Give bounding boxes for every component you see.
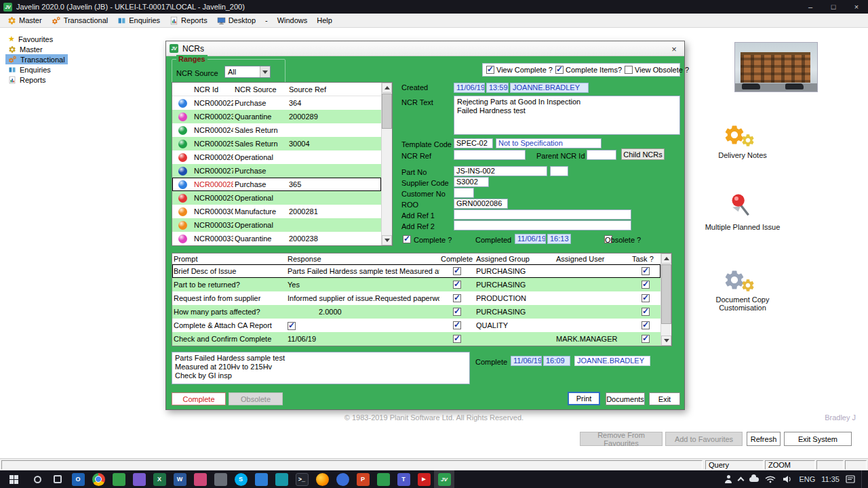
remove-from-favourites-button[interactable]: Remove From Favourites bbox=[580, 432, 663, 446]
checkbox-checked-icon[interactable] bbox=[642, 308, 650, 316]
add-ref-1-field[interactable] bbox=[454, 209, 631, 220]
complete-checkbox[interactable] bbox=[403, 235, 411, 243]
prompt-row[interactable]: Part to be returned? Yes PURCHASING bbox=[172, 278, 660, 291]
obsolete-button[interactable]: Obsolete bbox=[229, 392, 283, 405]
prompt-row[interactable]: Check and Confirm Complete 11/06/19 MARK… bbox=[172, 332, 660, 346]
complete-user-field[interactable]: JOANNE.BRADLEY bbox=[574, 356, 650, 366]
start-button[interactable] bbox=[0, 470, 27, 488]
ncr-row[interactable]: NCR000030 Manufacture 2000281 bbox=[172, 205, 381, 218]
exit-button[interactable]: Exit bbox=[649, 392, 680, 405]
menu-help[interactable]: Help bbox=[312, 14, 337, 28]
dropdown-arrow-icon[interactable] bbox=[260, 66, 270, 77]
documents-button[interactable]: Documents bbox=[606, 392, 645, 405]
scroll-down-icon[interactable] bbox=[661, 336, 671, 346]
multiple-planned-issue-label[interactable]: Multiple Planned Issue bbox=[697, 223, 788, 231]
wifi-icon[interactable] bbox=[765, 475, 776, 483]
delivery-notes-label[interactable]: Delivery Notes bbox=[702, 151, 783, 159]
taskbar-word[interactable]: W bbox=[170, 470, 190, 488]
ncr-text-area[interactable]: Rejecting Parts at Good In Inspection Fa… bbox=[454, 96, 680, 135]
ncr-row-selected[interactable]: NCR000028 Purchase 365 bbox=[172, 178, 381, 191]
prompt-row[interactable]: How many parts affected? 2.0000 PURCHASI… bbox=[172, 305, 660, 319]
taskbar-app-blue-3[interactable] bbox=[332, 470, 353, 488]
checkbox-checked-icon[interactable] bbox=[453, 308, 461, 316]
sidebar-item-favourites[interactable]: Favourites bbox=[5, 34, 56, 44]
completed-time-field[interactable]: 16:13 bbox=[547, 234, 571, 244]
taskbar-app-green-2[interactable] bbox=[373, 470, 393, 488]
menu-windows[interactable]: Windows bbox=[273, 14, 313, 28]
response-checkbox-icon[interactable] bbox=[288, 322, 296, 330]
cloud-icon[interactable] bbox=[749, 477, 759, 482]
taskbar-app-blue[interactable]: O bbox=[68, 470, 88, 488]
maximize-button[interactable]: □ bbox=[822, 0, 845, 14]
prompt-row[interactable]: Complete & Attach CA Report QUALITY bbox=[172, 319, 660, 332]
checkbox-unchecked-icon[interactable] bbox=[625, 66, 633, 74]
complete-button[interactable]: Complete bbox=[172, 392, 226, 405]
close-button[interactable]: × bbox=[845, 0, 868, 14]
add-ref-2-field[interactable] bbox=[454, 220, 631, 230]
notification-icon[interactable] bbox=[846, 475, 855, 483]
ncr-row[interactable]: NCR000022 Purchase 364 bbox=[172, 96, 381, 110]
chevron-up-icon[interactable] bbox=[738, 477, 745, 484]
checkbox-checked-icon[interactable] bbox=[453, 267, 461, 275]
taskbar-skype[interactable]: S bbox=[231, 470, 251, 488]
ncr-row[interactable]: NCR000029 Operational bbox=[172, 191, 381, 205]
sidebar-item-enquiries[interactable]: Enquiries bbox=[5, 64, 54, 75]
prompt-row-selected[interactable]: Brief Desc of Issue Parts Failed Hardess… bbox=[172, 264, 660, 278]
roo-field[interactable]: GRN0002086 bbox=[454, 199, 508, 209]
taskbar-app-gray[interactable] bbox=[210, 470, 231, 488]
menu-enquiries[interactable]: Enquiries bbox=[113, 14, 165, 28]
taskbar-youtube[interactable]: ▶ bbox=[414, 470, 434, 488]
scroll-up-icon[interactable] bbox=[382, 83, 392, 93]
minimize-button[interactable]: – bbox=[799, 0, 822, 14]
created-user-field[interactable]: JOANNE.BRADLEY bbox=[510, 83, 589, 93]
taskbar-firefox[interactable] bbox=[312, 470, 332, 488]
exit-system-button[interactable]: Exit System bbox=[784, 432, 852, 446]
document-copy-customisation-icon[interactable] bbox=[723, 266, 762, 297]
checkbox-checked-icon[interactable] bbox=[642, 267, 650, 275]
taskbar-app-blue-2[interactable] bbox=[251, 470, 271, 488]
scrollbar-thumb[interactable] bbox=[382, 94, 392, 129]
checkbox-checked-icon[interactable] bbox=[642, 335, 650, 343]
taskbar-app-teal[interactable] bbox=[271, 470, 292, 488]
view-obsolete-checkbox[interactable]: View Obsolete ? bbox=[625, 66, 689, 74]
response-memo-area[interactable]: Parts Failed Hardess sample test Measure… bbox=[172, 352, 470, 384]
checkbox-checked-icon[interactable] bbox=[453, 321, 461, 329]
scroll-down-icon[interactable] bbox=[382, 235, 392, 245]
taskbar-app-green[interactable] bbox=[108, 470, 129, 488]
people-icon[interactable] bbox=[724, 475, 732, 483]
scroll-up-icon[interactable] bbox=[661, 253, 671, 264]
complete-date-field[interactable]: 11/06/19 bbox=[511, 356, 542, 366]
ncr-row[interactable]: NCR000024 Sales Return bbox=[172, 123, 381, 137]
taskbar-teams[interactable]: T bbox=[393, 470, 414, 488]
checkbox-checked-icon[interactable] bbox=[453, 281, 461, 289]
ncr-source-dropdown[interactable]: All bbox=[224, 66, 271, 78]
dialog-close-icon[interactable]: × bbox=[668, 43, 680, 54]
customer-no-field[interactable] bbox=[454, 188, 474, 198]
show-desktop-button[interactable] bbox=[861, 470, 864, 488]
taskbar-powerpoint[interactable]: P bbox=[353, 470, 373, 488]
document-copy-customisation-label[interactable]: Document Copy Customisation bbox=[705, 296, 780, 312]
checkbox-checked-icon[interactable] bbox=[453, 335, 461, 343]
ncr-row[interactable]: NCR000023 Quarantine 2000289 bbox=[172, 110, 381, 123]
delivery-notes-icon[interactable] bbox=[723, 121, 762, 152]
prompts-scrollbar[interactable] bbox=[660, 253, 671, 346]
checkbox-checked-icon[interactable] bbox=[486, 66, 494, 74]
part-no-extra-field[interactable] bbox=[550, 166, 568, 176]
ncr-row[interactable]: NCR000027 Purchase bbox=[172, 164, 381, 178]
taskbar-javelin-active[interactable]: JV bbox=[434, 470, 454, 488]
created-time-field[interactable]: 13:59 bbox=[486, 83, 509, 93]
ncr-list-scrollbar[interactable] bbox=[381, 83, 392, 245]
parent-ncr-id-field[interactable] bbox=[587, 150, 616, 160]
ncr-ref-field[interactable] bbox=[454, 150, 526, 160]
ncr-row[interactable]: NCR000033 Quarantine 2000238 bbox=[172, 232, 381, 245]
multiple-planned-issue-icon[interactable] bbox=[727, 192, 757, 221]
menu-desktop[interactable]: Desktop bbox=[212, 14, 260, 28]
checkbox-checked-icon[interactable] bbox=[642, 294, 650, 302]
taskbar-terminal[interactable]: >_ bbox=[292, 470, 312, 488]
task-view-button[interactable] bbox=[47, 470, 68, 488]
template-code-field[interactable]: SPEC-02 bbox=[454, 138, 493, 148]
taskbar-app-purple[interactable] bbox=[129, 470, 149, 488]
child-ncrs-button[interactable]: Child NCRs bbox=[621, 148, 665, 160]
taskbar-chrome[interactable] bbox=[88, 470, 108, 488]
scrollbar-thumb[interactable] bbox=[661, 264, 671, 324]
